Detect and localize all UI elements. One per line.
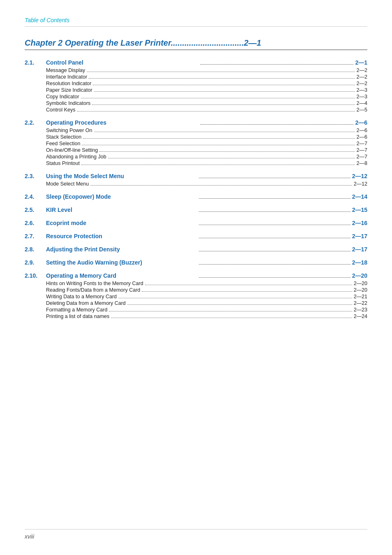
section-number: 2.1. [25,59,46,66]
section-heading-row: 2.5.KIR Level2—15 [25,207,367,213]
section-heading-row: 2.10.Operating a Memory Card2—20 [25,272,367,279]
sub-dots-leader [94,132,355,132]
sub-page: 2—3 [357,87,367,93]
section-heading-row: 2.8.Adjusting the Print Density2—17 [25,246,367,253]
section-number: 2.9. [25,259,46,266]
section-title[interactable]: KIR Level [46,207,197,213]
toc-container: 2.1.Control Panel2—1Message Display2—2In… [25,59,367,319]
dots-leader [199,251,350,251]
section-page: 2—6 [355,119,367,126]
sub-title[interactable]: Printing a list of data names [46,313,109,319]
section-title[interactable]: Control Panel [46,59,199,66]
sub-title[interactable]: Abandoning a Printing Job [46,154,106,160]
sub-title[interactable]: Deleting Data from a Memory Card [46,300,126,306]
toc-section: 2.5.KIR Level2—15 [25,207,367,213]
sub-item: Symbolic Indicators2—4 [46,100,367,106]
sub-title[interactable]: Control Keys [46,107,76,113]
sub-dots-leader [81,98,355,98]
sub-title[interactable]: On-line/Off-line Setting [46,147,98,153]
sub-page: 2—3 [357,94,367,100]
section-page: 2—1 [355,59,367,66]
section-title[interactable]: Setting the Audio Warning (Buzzer) [46,259,197,266]
section-title[interactable]: Resource Protection [46,233,197,239]
sub-title[interactable]: Paper Size Indicator [46,87,92,93]
section-page: 2—12 [352,173,367,179]
sub-page: 2—23 [354,307,367,313]
sub-dots-leader [92,104,355,105]
chapter-heading: Chapter 2 Operating the Laser Printer...… [25,38,367,50]
section-heading-row: 2.9.Setting the Audio Warning (Buzzer)2—… [25,259,367,266]
sub-item: Control Keys2—5 [46,107,367,113]
section-number: 2.7. [25,233,46,239]
sub-page: 2—20 [354,281,367,286]
sub-title[interactable]: Resolution Indicator [46,81,91,86]
sub-dots-leader [81,165,355,165]
sub-dots-leader [111,318,352,318]
sub-page: 2—24 [354,313,367,319]
sub-item: Switching Power On2—6 [46,128,367,133]
dots-leader [199,198,350,199]
sub-page: 2—6 [357,128,367,133]
page: Table of Contents Chapter 2 Operating th… [0,0,392,555]
sub-title[interactable]: Message Display [46,67,85,73]
sub-dots-leader [109,311,352,311]
sub-title[interactable]: Hints on Writing Fonts to the Memory Car… [46,281,143,286]
sub-title[interactable]: Interface Indicator [46,74,87,80]
sub-title[interactable]: Formatting a Memory Card [46,307,107,313]
sub-dots-leader [89,78,355,79]
sub-dots-leader [127,304,352,305]
sub-title[interactable]: Stack Selection [46,134,81,140]
sub-page: 2—22 [354,300,367,306]
section-page: 2—14 [352,193,367,200]
sub-dots-leader [99,151,355,152]
section-number: 2.6. [25,220,46,226]
dots-leader [201,64,353,65]
sub-page: 2—5 [357,107,367,113]
sub-page: 2—21 [354,294,367,300]
sub-title[interactable]: Symbolic Indicators [46,100,90,106]
sub-item: Status Printout2—8 [46,160,367,166]
sub-item: Paper Size Indicator2—3 [46,87,367,93]
sub-title[interactable]: Switching Power On [46,128,92,133]
section-title[interactable]: Operating Procedures [46,119,199,126]
section-title[interactable]: Using the Mode Select Menu [46,173,197,179]
sub-title[interactable]: Copy Indicator [46,94,79,100]
sub-title[interactable]: Feed Selection [46,141,80,146]
sub-dots-leader [87,72,355,72]
toc-section: 2.4.Sleep (Ecopower) Mode2—14 [25,193,367,200]
sub-page: 2—7 [357,154,367,160]
sub-title[interactable]: Status Printout [46,160,80,166]
sub-title[interactable]: Reading Fonts/Data from a Memory Card [46,287,140,293]
section-page: 2—20 [352,272,367,279]
sub-list: Message Display2—2Interface Indicator2—2… [25,67,367,113]
sub-page: 2—2 [357,67,367,73]
section-title[interactable]: Operating a Memory Card [46,272,197,279]
section-page: 2—16 [352,220,367,226]
toc-section: 2.8.Adjusting the Print Density2—17 [25,246,367,253]
sub-title[interactable]: Mode Select Menu [46,181,89,187]
sub-dots-leader [82,145,355,145]
section-heading-row: 2.4.Sleep (Ecopower) Mode2—14 [25,193,367,200]
toc-section: 2.2.Operating Procedures2—6Switching Pow… [25,119,367,166]
section-page: 2—17 [352,246,367,253]
section-page: 2—17 [352,233,367,239]
toc-section: 2.9.Setting the Audio Warning (Buzzer)2—… [25,259,367,266]
toc-section: 2.7.Resource Protection2—17 [25,233,367,239]
sub-page: 2—4 [357,100,367,106]
sub-dots-leader [77,111,355,111]
sub-page: 2—7 [357,147,367,153]
sub-dots-leader [142,291,352,292]
section-title[interactable]: Sleep (Ecopower) Mode [46,193,197,200]
sub-page: 2—2 [357,81,367,86]
section-title[interactable]: Adjusting the Print Density [46,246,197,253]
header: Table of Contents [25,16,367,27]
sub-title[interactable]: Writing Data to a Memory Card [46,294,117,300]
sub-item: Resolution Indicator2—2 [46,81,367,86]
footer-page-number: xviii [25,533,34,540]
sub-item: Copy Indicator2—3 [46,94,367,100]
section-page: 2—15 [352,207,367,213]
footer: xviii [25,529,367,540]
section-title[interactable]: Ecoprint mode [46,220,197,226]
sub-item: Reading Fonts/Data from a Memory Card2—2… [46,287,367,293]
section-heading-row: 2.2.Operating Procedures2—6 [25,119,367,126]
